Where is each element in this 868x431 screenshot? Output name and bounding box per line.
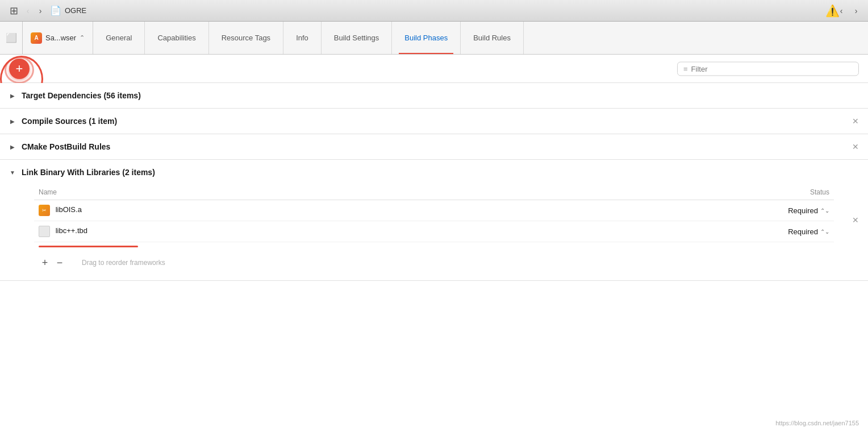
phase-cmake-postbuild-title: CMake PostBuild Rules	[22, 142, 110, 151]
scroll-area: ▶ Target Dependencies (56 items) ▶ Compi…	[0, 83, 868, 431]
title-bar: ⊞ ‹ › 📄 OGRE ⚠️ ‹ ›	[0, 0, 868, 22]
phase-compile-sources-header[interactable]: ▶ Compile Sources (1 item)	[0, 109, 868, 134]
lib-name-cell-libc: libc++.tbd	[34, 221, 462, 242]
nav-back-button[interactable]: ‹	[22, 5, 34, 17]
lib-name-libois: libOIS.a	[56, 205, 82, 214]
tab-capabilities[interactable]: Capabilities	[145, 22, 208, 54]
filter-icon: ≡	[683, 64, 688, 73]
col-name-header: Name	[34, 185, 462, 200]
phase-link-binary-content: Name Status ✂ libOIS.a Req	[0, 185, 868, 280]
lib-underline-annotation	[39, 246, 138, 247]
lib-name-libc: libc++.tbd	[56, 226, 87, 235]
sidebar-toggle-button[interactable]: ⬜	[0, 22, 23, 54]
content-toolbar: + ≡	[0, 55, 868, 83]
phase-target-dependencies: ▶ Target Dependencies (56 items)	[0, 83, 868, 109]
status-chevron-libc: ⌃⌄	[820, 229, 829, 235]
library-table: Name Status ✂ libOIS.a Req	[34, 185, 834, 252]
phase-compile-sources-close[interactable]: ✕	[852, 117, 859, 126]
annotation-row	[34, 242, 834, 252]
grid-icon: ⊞	[6, 3, 22, 19]
nav-forward-button[interactable]: ›	[34, 5, 47, 17]
collapse-arrow-link-binary: ▼	[9, 169, 16, 176]
phase-link-binary-title: Link Binary With Libraries (2 items)	[22, 168, 155, 177]
table-row: libc++.tbd Required ⌃⌄	[34, 221, 834, 242]
tab-info[interactable]: Info	[283, 22, 322, 54]
tab-build-rules[interactable]: Build Rules	[461, 22, 524, 54]
project-title: 📄 OGRE	[50, 5, 86, 16]
filter-input[interactable]	[691, 64, 853, 73]
phase-link-binary: ▼ Link Binary With Libraries (2 items) ✕…	[0, 160, 868, 281]
col-status-header: Status	[462, 185, 834, 200]
phase-compile-sources: ▶ Compile Sources (1 item) ✕	[0, 109, 868, 134]
project-file-icon: 📄	[50, 5, 61, 16]
status-chevron-libois: ⌃⌄	[820, 208, 829, 214]
tabs-container: General Capabilities Resource Tags Info …	[93, 22, 868, 54]
libois-icon: ✂	[39, 205, 50, 216]
lib-name-cell-libois: ✂ libOIS.a	[34, 200, 462, 221]
collapse-arrow-cmake: ▶	[9, 144, 16, 150]
project-name-label: OGRE	[65, 6, 86, 15]
tab-general[interactable]: General	[93, 22, 145, 54]
phase-link-binary-close[interactable]: ✕	[852, 216, 859, 225]
title-nav-right: ‹ ›	[835, 5, 862, 17]
phase-cmake-postbuild-header[interactable]: ▶ CMake PostBuild Rules	[0, 134, 868, 159]
title-nav-left[interactable]: ‹	[835, 5, 848, 17]
phase-compile-sources-title: Compile Sources (1 item)	[22, 117, 117, 126]
remove-library-button[interactable]: −	[53, 256, 66, 269]
tab-build-phases[interactable]: Build Phases	[392, 22, 461, 54]
tab-build-settings[interactable]: Build Settings	[322, 22, 393, 54]
add-phase-button[interactable]: +	[9, 59, 30, 79]
phase-cmake-close[interactable]: ✕	[852, 142, 859, 151]
phase-link-binary-header[interactable]: ▼ Link Binary With Libraries (2 items)	[0, 160, 868, 185]
table-actions: + − Drag to reorder frameworks	[34, 252, 834, 271]
lib-status-cell-libc[interactable]: Required ⌃⌄	[462, 221, 834, 242]
project-icon: A	[31, 32, 42, 44]
add-library-button[interactable]: +	[39, 256, 51, 269]
phase-target-dependencies-header[interactable]: ▶ Target Dependencies (56 items)	[0, 83, 868, 108]
phase-target-dependencies-title: Target Dependencies (56 items)	[22, 91, 141, 100]
phase-cmake-postbuild: ▶ CMake PostBuild Rules ✕	[0, 134, 868, 160]
status-selector-libois[interactable]: Required ⌃⌄	[788, 206, 829, 215]
filter-box: ≡	[677, 61, 859, 76]
tab-resource-tags[interactable]: Resource Tags	[209, 22, 283, 54]
tbd-icon	[39, 226, 50, 237]
title-nav-right-btn[interactable]: ›	[850, 5, 862, 17]
project-selector[interactable]: A Sa...wser ⌃	[23, 22, 93, 54]
tab-bar: ⬜ A Sa...wser ⌃ General Capabilities Res…	[0, 22, 868, 55]
table-row: ✂ libOIS.a Required ⌃⌄	[34, 200, 834, 221]
collapse-arrow-compile-sources: ▶	[9, 118, 16, 125]
collapse-arrow-target-deps: ▶	[9, 93, 16, 99]
drag-hint: Drag to reorder frameworks	[82, 259, 165, 267]
content-area: + ≡ ▶ Target Dependencies (56 items) ▶ C…	[0, 55, 868, 431]
status-selector-libc[interactable]: Required ⌃⌄	[788, 227, 829, 236]
project-selector-label: Sa...wser	[45, 34, 76, 42]
url-hint: https://blog.csdn.net/jaen7155	[775, 420, 859, 426]
lib-status-cell-libois[interactable]: Required ⌃⌄	[462, 200, 834, 221]
project-selector-chevron: ⌃	[80, 34, 85, 42]
